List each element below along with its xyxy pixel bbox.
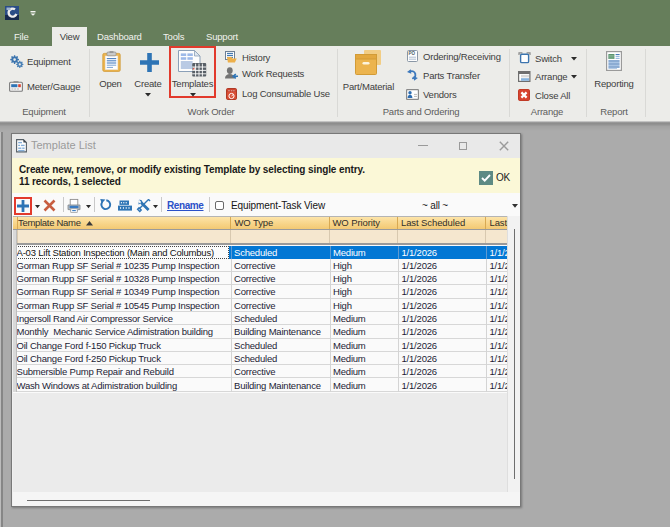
svg-text:PO: PO: [408, 51, 415, 56]
